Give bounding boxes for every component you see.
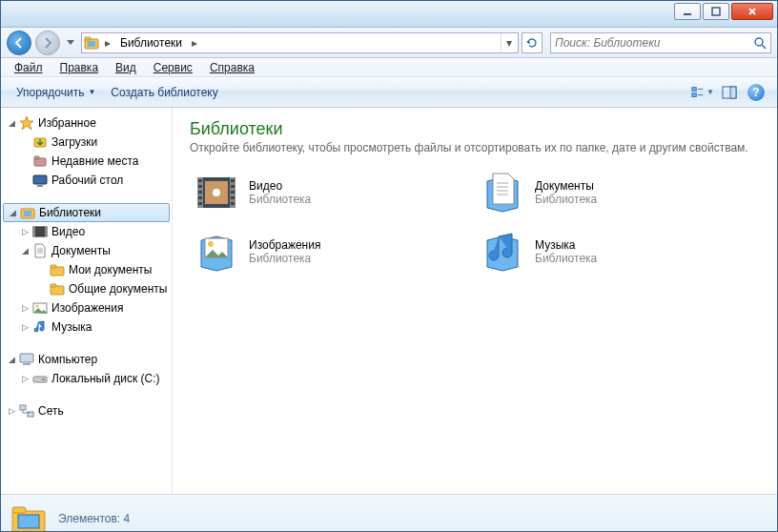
sidebar-music[interactable]: ▷ Музыка — [1, 317, 172, 337]
collapse-icon[interactable]: ◢ — [7, 355, 17, 365]
sidebar-item-label: Локальный диск (C:) — [50, 372, 160, 385]
library-item-documents[interactable]: ДокументыБиблиотека — [476, 166, 752, 219]
back-button[interactable] — [7, 31, 31, 55]
sidebar-favorites-label: Избранное — [36, 116, 96, 130]
navbar: ▸ Библиотеки ▸ ▾ — [1, 28, 777, 58]
svg-rect-19 — [45, 227, 47, 236]
sidebar-favorites[interactable]: ◢ Избранное — [1, 113, 172, 133]
svg-rect-16 — [24, 211, 31, 216]
library-item-video[interactable]: ВидеоБиблиотека — [190, 166, 466, 219]
view-options-button[interactable]: ▼ — [691, 81, 714, 104]
music-library-icon — [480, 229, 525, 275]
menu-file[interactable]: Файл — [7, 59, 51, 76]
sidebar-local-disk[interactable]: ▷ Локальный диск (C:) — [1, 369, 172, 388]
svg-rect-7 — [692, 92, 696, 96]
sidebar-item-label: Мои документы — [67, 263, 152, 276]
downloads-icon — [32, 134, 48, 150]
breadcrumb-libraries[interactable]: Библиотеки — [116, 36, 186, 50]
library-item-images[interactable]: ИзображенияБиблиотека — [190, 225, 466, 278]
svg-rect-39 — [198, 191, 202, 194]
expand-icon[interactable]: ▷ — [20, 374, 31, 384]
svg-rect-4 — [88, 41, 95, 47]
sidebar-downloads[interactable]: Загрузки — [1, 133, 172, 152]
sidebar-desktop[interactable]: Рабочий стол — [1, 171, 172, 190]
new-library-button[interactable]: Создать библиотеку — [103, 82, 225, 103]
library-type: Библиотека — [249, 193, 311, 206]
collapse-icon[interactable]: ◢ — [7, 118, 17, 129]
sidebar-recent[interactable]: Недавние места — [1, 152, 172, 171]
svg-point-36 — [213, 189, 220, 196]
breadcrumb-history-dropdown[interactable]: ▾ — [501, 33, 516, 52]
sidebar-computer[interactable]: ◢ Компьютер — [1, 350, 172, 369]
refresh-button[interactable] — [522, 32, 543, 53]
titlebar — [1, 1, 777, 28]
organize-button[interactable]: Упорядочить▼ — [9, 82, 103, 103]
breadcrumb-root-arrow[interactable]: ▸ — [103, 36, 113, 50]
sidebar-item-label: Общие документы — [67, 282, 167, 296]
svg-rect-27 — [23, 363, 31, 365]
expand-icon[interactable]: ▷ — [20, 303, 31, 314]
toolbar: Упорядочить▼ Создать библиотеку ▼ ? — [1, 77, 777, 108]
svg-rect-30 — [20, 405, 26, 410]
sidebar-my-documents[interactable]: Мои документы — [1, 260, 172, 279]
computer-icon — [19, 352, 34, 367]
svg-rect-42 — [231, 179, 235, 182]
expand-icon[interactable]: ▷ — [20, 227, 31, 237]
recent-icon — [32, 153, 48, 169]
svg-rect-41 — [198, 202, 202, 205]
svg-rect-3 — [85, 37, 91, 40]
svg-rect-37 — [198, 179, 202, 182]
breadcrumb[interactable]: ▸ Библиотеки ▸ ▾ — [81, 32, 519, 53]
sidebar-video[interactable]: ▷ Видео — [1, 222, 172, 241]
breadcrumb-arrow[interactable]: ▸ — [190, 36, 199, 50]
page-title: Библиотеки — [190, 119, 760, 139]
collapse-icon[interactable]: ◢ — [20, 246, 31, 256]
svg-rect-46 — [231, 202, 235, 205]
svg-rect-14 — [37, 185, 43, 187]
sidebar-documents[interactable]: ◢ Документы — [1, 241, 172, 260]
documents-icon — [32, 243, 48, 258]
close-button[interactable] — [731, 3, 773, 20]
sidebar-libraries[interactable]: ◢ Библиотеки — [3, 203, 170, 222]
svg-rect-29 — [42, 379, 45, 380]
forward-button[interactable] — [35, 31, 60, 55]
sidebar-images[interactable]: ▷ Изображения — [1, 298, 172, 317]
menu-tools[interactable]: Сервис — [146, 59, 200, 76]
sidebar-item-label: Библиотеки — [37, 206, 101, 219]
sidebar-public-documents[interactable]: Общие документы — [1, 279, 172, 298]
menu-help[interactable]: Справка — [202, 59, 262, 76]
recent-locations-dropdown[interactable] — [64, 33, 77, 52]
svg-rect-51 — [18, 515, 39, 528]
search-box[interactable] — [550, 32, 771, 53]
minimize-button[interactable] — [674, 3, 701, 20]
maximize-button[interactable] — [703, 3, 729, 20]
sidebar-item-label: Компьютер — [36, 353, 97, 366]
svg-rect-13 — [33, 175, 47, 184]
svg-rect-0 — [684, 13, 691, 15]
page-subtitle: Откройте библиотеку, чтобы просмотреть ф… — [190, 141, 760, 154]
expand-icon[interactable]: ▷ — [20, 322, 31, 333]
search-input[interactable] — [555, 36, 753, 50]
library-item-music[interactable]: МузыкаБиблиотека — [476, 225, 752, 278]
library-type: Библиотека — [249, 252, 320, 265]
search-icon — [753, 36, 767, 50]
svg-rect-18 — [33, 227, 35, 236]
sidebar-item-label: Недавние места — [50, 154, 138, 168]
svg-point-48 — [208, 241, 214, 247]
desktop-icon — [32, 173, 48, 188]
help-button[interactable]: ? — [745, 81, 768, 104]
video-icon — [32, 224, 48, 239]
sidebar-item-label: Рабочий стол — [50, 174, 123, 187]
menu-edit[interactable]: Правка — [52, 59, 107, 76]
disk-icon — [32, 371, 48, 386]
svg-rect-9 — [730, 87, 736, 98]
preview-pane-button[interactable] — [718, 81, 741, 104]
sidebar-network[interactable]: ▷ Сеть — [1, 401, 172, 420]
libraries-icon — [20, 205, 35, 220]
menu-view[interactable]: Вид — [108, 59, 144, 76]
expand-icon[interactable]: ▷ — [7, 406, 17, 417]
svg-rect-45 — [231, 196, 235, 199]
collapse-icon[interactable]: ◢ — [8, 208, 18, 218]
music-icon — [32, 319, 48, 335]
svg-rect-12 — [34, 156, 39, 159]
